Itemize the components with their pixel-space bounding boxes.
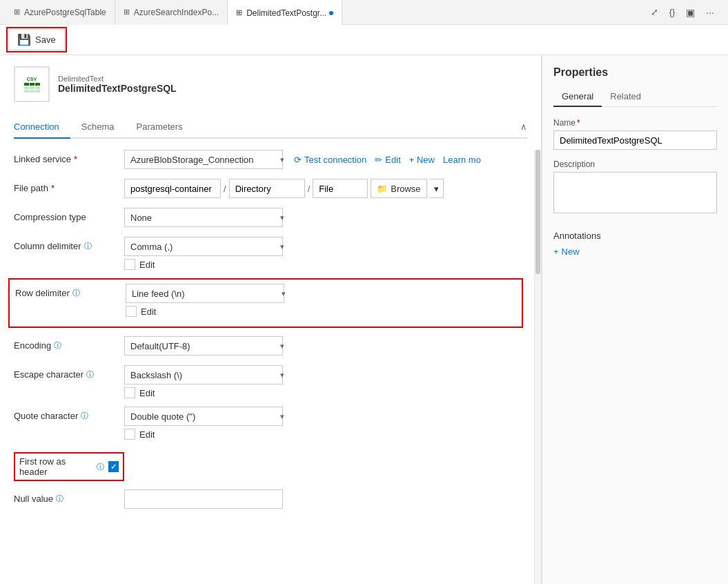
column-delimiter-edit-label[interactable]: Edit — [124, 259, 523, 270]
prop-name-field: Name * — [553, 118, 717, 150]
quote-character-edit-checkbox[interactable] — [124, 429, 135, 440]
escape-character-controls: Backslash (\) Edit — [124, 365, 523, 398]
quote-character-edit-label[interactable]: Edit — [124, 429, 523, 440]
panel-icon[interactable]: ▣ — [683, 4, 698, 21]
row-delimiter-info-icon[interactable]: ⓘ — [72, 288, 80, 298]
save-button[interactable]: 💾 Save — [8, 29, 65, 50]
quote-character-wrapper: Double quote (") — [124, 407, 290, 426]
null-value-controls — [124, 489, 523, 509]
quote-character-row: Quote character ⓘ Double quote (") Edit — [14, 407, 523, 440]
tab-delimited-icon: ⊞ — [236, 8, 242, 17]
scrollable-content: Linked service * AzureBlobStorage_Connec… — [0, 150, 534, 584]
test-connection-link[interactable]: ⟳ Test connection — [294, 155, 366, 165]
filepath-row: / / 📁 Browse ▾ — [124, 179, 523, 198]
modified-dot — [329, 11, 333, 15]
encoding-controls: Default(UTF-8) — [124, 336, 523, 356]
file-path-row: File path * / / 📁 Browse — [14, 179, 523, 199]
null-value-info-icon[interactable]: ⓘ — [56, 494, 63, 504]
prop-name-label: Name * — [553, 118, 717, 128]
column-delimiter-label: Column delimiter ⓘ — [14, 237, 124, 251]
row-delimiter-edit-checkbox[interactable] — [126, 306, 137, 317]
escape-character-select[interactable]: Backslash (\) — [124, 365, 283, 385]
escape-character-info-icon[interactable]: ⓘ — [86, 369, 94, 380]
linked-service-actions: ⟳ Test connection ✏ Edit + New — [294, 155, 481, 165]
directory-input[interactable] — [229, 179, 305, 198]
more-icon[interactable]: ··· — [703, 4, 717, 21]
learn-more-link[interactable]: Learn mo — [443, 155, 481, 165]
row-delimiter-edit-label[interactable]: Edit — [126, 306, 516, 317]
compression-type-label: Compression type — [14, 208, 124, 222]
linked-service-select-wrapper: AzureBlobStorage_Connection — [124, 150, 290, 169]
row-delimiter-select[interactable]: Line feed (\n) — [126, 284, 284, 303]
tab-label: AzurePostgreSqlTable — [24, 8, 106, 17]
tab-search-icon: ⊞ — [124, 8, 130, 17]
first-row-header-row: First row as header ⓘ — [14, 448, 523, 481]
escape-character-label: Escape character ⓘ — [14, 365, 124, 380]
right-panel: Properties General Related Name * Descri… — [542, 55, 728, 584]
tab-parameters[interactable]: Parameters — [136, 116, 193, 139]
compression-type-row: Compression type None — [14, 208, 523, 228]
quote-character-controls: Double quote (") Edit — [124, 407, 523, 440]
scrollbar-track[interactable] — [534, 150, 541, 584]
collapse-icon[interactable]: ∧ — [520, 121, 527, 132]
encoding-info-icon[interactable]: ⓘ — [54, 340, 61, 351]
prop-description-field: Description — [553, 159, 717, 215]
row-delimiter-row: Row delimiter ⓘ Line feed (\n) — [15, 284, 516, 317]
prop-tab-general[interactable]: General — [553, 87, 602, 107]
linked-service-label: Linked service * — [14, 150, 124, 164]
prop-name-input[interactable] — [553, 130, 717, 150]
escape-character-wrapper: Backslash (\) — [124, 365, 290, 385]
compression-type-select[interactable]: None — [124, 208, 283, 227]
browse-button[interactable]: 📁 Browse — [371, 179, 426, 198]
null-value-input[interactable] — [124, 489, 283, 509]
panel-with-scroll: Linked service * AzureBlobStorage_Connec… — [0, 150, 541, 584]
column-delimiter-edit-checkbox[interactable] — [124, 259, 135, 270]
tab-label: AzureSearchIndexPo... — [134, 8, 219, 17]
annotations-section: Annotations + New — [553, 231, 717, 257]
scrollbar-thumb[interactable] — [535, 150, 540, 274]
left-panel: CSV DelimitedText DelimitedTextPostgreSQ… — [0, 55, 542, 584]
tab-azure-postgresql[interactable]: ⊞ AzurePostgreSqlTable — [6, 0, 115, 25]
tab-schema[interactable]: Schema — [81, 116, 126, 139]
prop-description-label: Description — [553, 159, 717, 169]
annotations-title: Annotations — [553, 231, 717, 241]
column-delimiter-wrapper: Comma (,) — [124, 237, 290, 256]
save-label: Save — [35, 35, 56, 45]
browse-dropdown[interactable]: ▾ — [430, 179, 444, 198]
tab-delimited-text[interactable]: ⊞ DelimitedTextPostgr... — [228, 0, 342, 25]
escape-character-edit-checkbox[interactable] — [124, 387, 135, 398]
new-annotation-button[interactable]: + New — [553, 246, 717, 257]
file-path-controls: / / 📁 Browse ▾ — [124, 179, 523, 198]
container-input[interactable] — [124, 179, 221, 198]
encoding-row: Encoding ⓘ Default(UTF-8) — [14, 336, 523, 357]
first-row-header-info-icon[interactable]: ⓘ — [97, 462, 104, 472]
properties-tabs: General Related — [553, 87, 717, 107]
edit-link[interactable]: ✏ Edit — [375, 155, 400, 165]
encoding-select[interactable]: Default(UTF-8) — [124, 336, 283, 356]
linked-service-select[interactable]: AzureBlobStorage_Connection — [124, 150, 283, 169]
first-row-header-checkbox[interactable] — [108, 461, 119, 472]
json-icon[interactable]: {} — [667, 4, 678, 20]
encoding-wrapper: Default(UTF-8) — [124, 336, 290, 356]
expand-icon[interactable]: ⤢ — [648, 4, 661, 20]
column-delimiter-info-icon[interactable]: ⓘ — [84, 241, 92, 251]
quote-character-label: Quote character ⓘ — [14, 407, 124, 421]
first-row-header-highlighted: First row as header ⓘ — [14, 452, 124, 481]
first-row-header-label: First row as header ⓘ — [14, 448, 124, 481]
prop-tab-related[interactable]: Related — [602, 87, 649, 107]
compression-type-controls: None — [124, 208, 523, 227]
tab-azure-search[interactable]: ⊞ AzureSearchIndexPo... — [115, 0, 228, 25]
escape-character-edit-label[interactable]: Edit — [124, 387, 523, 398]
tab-connection[interactable]: Connection — [14, 116, 70, 139]
column-delimiter-controls: Comma (,) Edit — [124, 237, 523, 270]
quote-character-info-icon[interactable]: ⓘ — [81, 411, 88, 421]
content-tabs: Connection Schema Parameters ∧ — [14, 116, 527, 139]
column-delimiter-select[interactable]: Comma (,) — [124, 237, 283, 256]
new-link[interactable]: + New — [409, 155, 435, 165]
quote-character-select[interactable]: Double quote (") — [124, 407, 283, 426]
save-disk-icon: 💾 — [17, 33, 31, 46]
test-connection-icon: ⟳ — [294, 155, 302, 165]
linked-service-controls: AzureBlobStorage_Connection ⟳ Test conne… — [124, 150, 523, 169]
prop-description-textarea[interactable] — [553, 172, 717, 213]
file-input[interactable] — [313, 179, 368, 198]
